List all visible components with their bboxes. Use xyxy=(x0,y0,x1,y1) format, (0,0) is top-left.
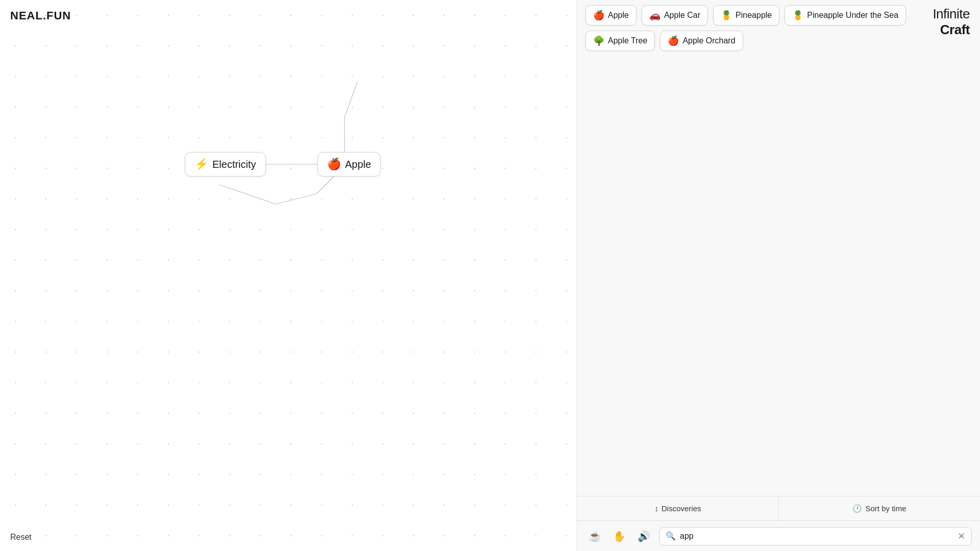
apple-car-emoji: 🚗 xyxy=(649,10,660,21)
discoveries-label: Discoveries xyxy=(662,504,701,513)
apple-item-label: Apple xyxy=(608,11,629,20)
logo: NEAL.FUN xyxy=(10,9,71,22)
sidebar: Infinite Craft 🍎 Apple 🚗 Apple Car 🍍 Pin… xyxy=(577,0,980,551)
apple-orchard-label: Apple Orchard xyxy=(682,36,735,45)
brand-infinite: Infinite xyxy=(933,6,970,21)
apple-tree-emoji: 🌳 xyxy=(593,35,604,46)
pineapple-sea-label: Pineapple Under the Sea xyxy=(807,11,898,20)
brand-title: Infinite Craft xyxy=(933,6,970,38)
connection-line xyxy=(276,194,316,204)
search-icon: 🔍 xyxy=(666,531,676,541)
sidebar-item-apple-tree[interactable]: 🌳 Apple Tree xyxy=(585,31,655,51)
brand-craft: Craft xyxy=(933,22,970,38)
pineapple-emoji: 🍍 xyxy=(721,10,732,21)
sidebar-item-pineapple[interactable]: 🍍 Pineapple xyxy=(713,5,779,26)
sort-icon: 🕐 xyxy=(852,504,862,513)
canvas-electricity[interactable]: ⚡ Electricity xyxy=(185,152,266,177)
search-input[interactable] xyxy=(680,532,953,541)
sidebar-item-apple-car[interactable]: 🚗 Apple Car xyxy=(642,5,708,26)
sort-label: Sort by time xyxy=(865,504,906,513)
canvas-area[interactable]: NEAL.FUN ⚡ Electricity 🍎 Apple Reset xyxy=(0,0,577,551)
apple-orchard-emoji: 🍎 xyxy=(668,35,679,46)
pineapple-sea-emoji: 🍍 xyxy=(792,10,803,21)
electricity-emoji: ⚡ xyxy=(194,158,208,171)
connection-line xyxy=(316,173,337,194)
reset-button[interactable]: Reset xyxy=(10,533,32,542)
bottom-bar: ☕ ✋ 🔊 🔍 ✕ xyxy=(577,520,980,551)
connection-line xyxy=(219,185,276,204)
discoveries-button[interactable]: ↕ Discoveries xyxy=(577,496,778,520)
pineapple-label: Pineapple xyxy=(736,11,772,20)
apple-car-label: Apple Car xyxy=(664,11,700,20)
toolbar-bar: ↕ Discoveries 🕐 Sort by time xyxy=(577,496,980,520)
apple-tree-label: Apple Tree xyxy=(608,36,647,45)
sidebar-item-apple-orchard[interactable]: 🍎 Apple Orchard xyxy=(660,31,743,51)
sort-button[interactable]: 🕐 Sort by time xyxy=(778,496,980,520)
search-container: 🔍 ✕ xyxy=(659,527,972,545)
sidebar-item-pineapple-under-the-sea[interactable]: 🍍 Pineapple Under the Sea xyxy=(785,5,906,26)
connection-line xyxy=(345,82,357,117)
apple-label: Apple xyxy=(345,159,371,170)
electricity-label: Electricity xyxy=(212,159,256,170)
apple-emoji: 🍎 xyxy=(327,158,341,171)
canvas-apple[interactable]: 🍎 Apple xyxy=(317,152,381,177)
sound-icon-button[interactable]: 🔊 xyxy=(634,527,653,545)
sidebar-items: 🍎 Apple 🚗 Apple Car 🍍 Pineapple 🍍 Pineap… xyxy=(577,0,980,496)
coffee-icon-button[interactable]: ☕ xyxy=(585,527,604,545)
discoveries-icon: ↕ xyxy=(654,504,658,513)
connections-svg xyxy=(0,0,577,551)
hand-icon-button[interactable]: ✋ xyxy=(610,527,628,545)
sidebar-item-apple[interactable]: 🍎 Apple xyxy=(585,5,636,26)
search-clear-button[interactable]: ✕ xyxy=(958,531,965,542)
apple-item-emoji: 🍎 xyxy=(593,10,604,21)
